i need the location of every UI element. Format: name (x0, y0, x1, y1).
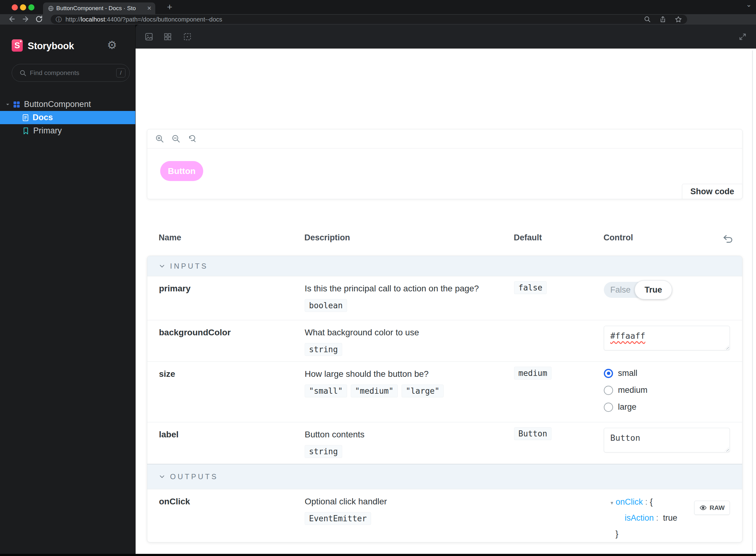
table-row-backgroundcolor: backgroundColor What background color to… (147, 320, 742, 361)
canvas-image-icon[interactable] (145, 33, 153, 41)
search-shortcut-badge: / (116, 68, 126, 77)
object-key[interactable]: onClick (616, 497, 643, 507)
forward-icon[interactable] (22, 15, 30, 23)
radio-label: medium (618, 385, 648, 395)
backgroundcolor-value: #ffaaff (610, 331, 645, 341)
type-chip: string (305, 445, 342, 458)
tree-primary-label: Primary (33, 126, 62, 136)
url-scheme: http:// (66, 16, 81, 23)
toggle-false-label[interactable]: False (604, 282, 637, 298)
arg-name: primary (159, 284, 191, 293)
tree-caret-icon[interactable]: ▾ (611, 500, 613, 506)
grid-icon[interactable] (164, 33, 172, 41)
chevron-down-icon (159, 263, 165, 269)
raw-toggle-button[interactable]: RAW (694, 501, 730, 515)
toggle-true-label[interactable]: True (634, 280, 672, 299)
table-row-label: label Button contents string Button Butt… (147, 422, 742, 464)
logo-letter: S (14, 41, 20, 50)
arg-description: Optional click handler (305, 497, 387, 506)
radio-icon[interactable] (604, 403, 613, 412)
docs-content: ButtonComponent Button (136, 48, 756, 554)
zoom-reset-icon[interactable] (188, 134, 197, 143)
radio-large[interactable]: large (604, 402, 637, 412)
arg-description: What background color to use (305, 327, 419, 337)
search-box[interactable]: / (12, 64, 130, 82)
reset-controls-icon[interactable] (722, 233, 734, 245)
preview-pane: ButtonComponent Button (135, 25, 756, 554)
object-tree-root[interactable]: ▾onClick : { (611, 497, 653, 507)
storybook-app: S Storybook ⚙ / ButtonComponent Docs (0, 25, 756, 554)
section-inputs[interactable]: INPUTS (147, 256, 742, 276)
back-icon[interactable] (8, 15, 16, 23)
reload-icon[interactable] (35, 15, 43, 23)
zoom-in-icon[interactable] (155, 134, 164, 143)
section-outputs[interactable]: OUTPUTS (147, 464, 742, 489)
tab-favicon-globe-icon (48, 5, 54, 11)
col-name: Name (159, 233, 181, 243)
url-bar[interactable]: ⓘ http://localhost:4400/?path=/docs/butt… (51, 15, 687, 24)
radio-selected-icon[interactable] (604, 369, 613, 378)
brace-open: { (650, 497, 653, 507)
section-inputs-label: INPUTS (170, 262, 208, 271)
caret-down-icon[interactable] (5, 102, 10, 107)
browser-chrome: ButtonComponent - Docs · Sto ✕ + ⌄ ⓘ htt… (0, 0, 756, 25)
tab-title: ButtonComponent - Docs · Sto (56, 5, 144, 12)
site-info-icon[interactable]: ⓘ (56, 15, 62, 24)
gear-icon[interactable]: ⚙ (107, 39, 117, 51)
tab-search-chevron-icon[interactable]: ⌄ (746, 1, 752, 9)
zoom-out-icon[interactable] (172, 134, 180, 143)
new-tab-button[interactable]: + (167, 2, 172, 12)
window-zoom-button[interactable] (28, 4, 34, 10)
share-icon[interactable] (659, 16, 666, 23)
tree-root-label: ButtonComponent (24, 100, 91, 109)
fullscreen-icon[interactable] (738, 33, 747, 41)
search-input[interactable] (30, 64, 107, 81)
tab-close-icon[interactable]: ✕ (147, 5, 151, 12)
table-row-primary: primary Is this the principal call to ac… (147, 276, 742, 320)
screen-bottom-edge (0, 554, 756, 556)
type-chip: EventEmitter (305, 512, 371, 525)
window-minimize-button[interactable] (20, 4, 26, 10)
arg-name: label (159, 430, 179, 440)
sidebar-item-primary[interactable]: Primary (0, 124, 135, 137)
label-input[interactable]: Button (604, 428, 730, 452)
browser-navbar: ⓘ http://localhost:4400/?path=/docs/butt… (0, 14, 756, 25)
sidebar-item-docs[interactable]: Docs (0, 111, 135, 124)
preview-toolbar (136, 25, 756, 48)
story-bookmark-icon (23, 127, 29, 135)
url-path: :4400/?path=/docs/buttoncomponent--docs (105, 16, 222, 23)
argstable-header: Name Description Default Control (147, 233, 743, 245)
measure-outline-icon[interactable] (183, 33, 192, 41)
brace-close: } (616, 529, 618, 538)
browser-tab[interactable]: ButtonComponent - Docs · Sto ✕ (43, 2, 155, 14)
option-chip: "medium" (351, 384, 398, 397)
arg-name: onClick (159, 497, 190, 507)
col-description: Description (304, 233, 350, 243)
argstable: INPUTS primary Is this the principal cal… (147, 256, 743, 543)
bookmark-star-icon[interactable] (675, 16, 682, 23)
default-chip: Button (514, 427, 552, 440)
col-control: Control (604, 233, 633, 243)
radio-medium[interactable]: medium (604, 385, 648, 395)
radio-icon[interactable] (604, 386, 613, 395)
eye-icon (699, 504, 707, 512)
docs-page-icon (22, 114, 29, 121)
story-canvas: Button Show code (147, 129, 743, 199)
section-outputs-label: OUTPUTS (170, 473, 218, 481)
object-tree-child[interactable]: isAction : true (625, 513, 677, 523)
search-icon (20, 69, 27, 77)
raw-label: RAW (710, 504, 725, 512)
window-close-button[interactable] (12, 4, 18, 10)
story-button[interactable]: Button (160, 161, 203, 181)
zoom-page-icon[interactable] (644, 16, 651, 23)
object-value: true (663, 513, 678, 522)
radio-label: small (618, 369, 637, 378)
arg-description: How large should the button be? (305, 369, 428, 379)
sidebar-item-buttoncomponent[interactable]: ButtonComponent (0, 98, 135, 111)
type-chip: string (305, 343, 342, 356)
show-code-button[interactable]: Show code (682, 184, 743, 199)
backgroundcolor-input[interactable]: #ffaaff (604, 326, 730, 350)
object-key[interactable]: isAction (625, 513, 654, 522)
boolean-toggle[interactable]: False True (604, 282, 671, 298)
radio-small[interactable]: small (604, 369, 637, 378)
